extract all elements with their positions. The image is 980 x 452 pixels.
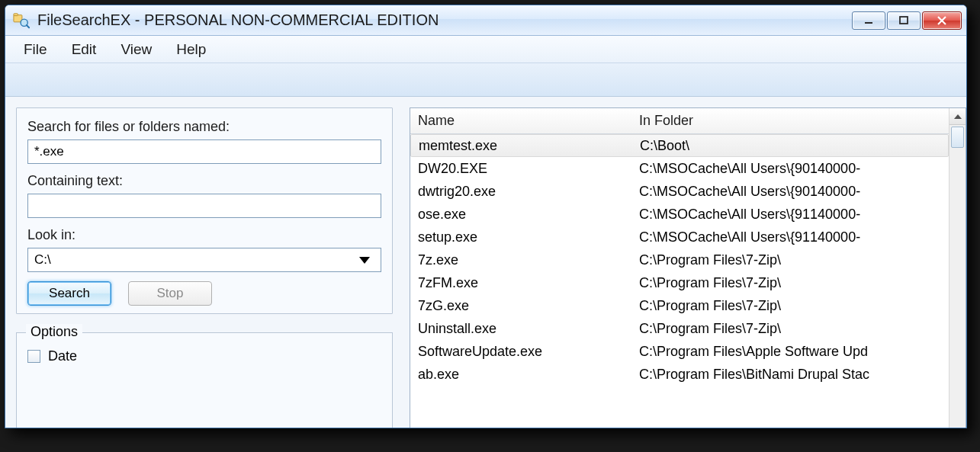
cell-name: memtest.exe <box>411 138 638 154</box>
menubar: File Edit View Help <box>5 36 966 63</box>
search-panel: Search for files or folders named: Conta… <box>5 97 403 428</box>
minimize-button[interactable] <box>852 11 885 30</box>
cell-folder: C:\MSOCache\All Users\{91140000- <box>638 229 949 245</box>
scroll-up-arrow[interactable] <box>949 108 966 125</box>
results-body: memtest.exeC:\Boot\DW20.EXEC:\MSOCache\A… <box>410 134 966 428</box>
col-name[interactable]: Name <box>410 113 638 129</box>
scroll-thumb[interactable] <box>951 127 964 148</box>
app-window: FileSearchEX - PERSONAL NON-COMMERCIAL E… <box>5 5 967 428</box>
cell-folder: C:\MSOCache\All Users\{90140000- <box>638 184 949 200</box>
client-area: Search for files or folders named: Conta… <box>5 97 966 428</box>
cell-name: 7zG.exe <box>410 298 638 314</box>
titlebar[interactable]: FileSearchEX - PERSONAL NON-COMMERCIAL E… <box>5 5 966 36</box>
window-controls <box>852 11 966 30</box>
cell-folder: C:\Program Files\7-Zip\ <box>638 321 949 337</box>
cell-folder: C:\MSOCache\All Users\{90140000- <box>638 161 949 177</box>
cell-name: ose.exe <box>410 207 638 223</box>
table-row[interactable]: setup.exeC:\MSOCache\All Users\{91140000… <box>410 226 949 248</box>
svg-rect-1 <box>14 13 18 15</box>
containing-text-input[interactable] <box>27 194 381 218</box>
cell-folder: C:\Program Files\BitNami Drupal Stac <box>638 367 949 383</box>
cell-name: 7z.exe <box>410 252 638 268</box>
search-button[interactable]: Search <box>27 281 111 306</box>
table-row[interactable]: Uninstall.exeC:\Program Files\7-Zip\ <box>410 317 949 340</box>
results-header[interactable]: Name In Folder <box>410 108 966 134</box>
stop-button[interactable]: Stop <box>128 281 212 306</box>
date-checkbox[interactable] <box>27 350 40 363</box>
cell-folder: C:\Program Files\7-Zip\ <box>638 252 949 268</box>
table-row[interactable]: memtest.exeC:\Boot\ <box>410 134 949 157</box>
results-panel: Name In Folder memtest.exeC:\Boot\DW20.E… <box>403 97 966 428</box>
options-group: Options Date <box>16 332 393 428</box>
options-legend: Options <box>26 324 82 340</box>
svg-line-3 <box>27 24 29 27</box>
close-button[interactable] <box>922 11 962 30</box>
maximize-button[interactable] <box>887 11 921 30</box>
look-in-combo[interactable]: C:\ <box>27 248 381 272</box>
chevron-down-icon <box>359 257 370 264</box>
menu-edit[interactable]: Edit <box>63 40 106 59</box>
cell-folder: C:\MSOCache\All Users\{91140000- <box>638 207 949 223</box>
menu-file[interactable]: File <box>14 40 56 59</box>
toolbar-strip <box>5 63 966 97</box>
results-listview[interactable]: Name In Folder memtest.exeC:\Boot\DW20.E… <box>410 107 966 428</box>
vertical-scrollbar[interactable] <box>949 108 966 428</box>
search-for-label: Search for files or folders named: <box>27 119 381 135</box>
cell-folder: C:\Program Files\7-Zip\ <box>638 298 949 314</box>
menu-view[interactable]: View <box>111 40 161 59</box>
cell-name: setup.exe <box>410 229 638 245</box>
col-folder[interactable]: In Folder <box>638 113 966 129</box>
app-icon <box>13 12 30 29</box>
table-row[interactable]: 7zFM.exeC:\Program Files\7-Zip\ <box>410 271 949 294</box>
table-row[interactable]: ab.exeC:\Program Files\BitNami Drupal St… <box>410 363 949 386</box>
cell-name: SoftwareUpdate.exe <box>410 344 638 360</box>
table-row[interactable]: ose.exeC:\MSOCache\All Users\{91140000- <box>410 203 949 226</box>
containing-text-label: Containing text: <box>27 173 381 189</box>
date-label: Date <box>48 348 77 364</box>
cell-name: ab.exe <box>410 367 638 383</box>
cell-folder: C:\Program Files\7-Zip\ <box>638 275 949 291</box>
look-in-label: Look in: <box>27 227 381 243</box>
table-row[interactable]: 7zG.exeC:\Program Files\7-Zip\ <box>410 294 949 317</box>
table-row[interactable]: dwtrig20.exeC:\MSOCache\All Users\{90140… <box>410 180 949 203</box>
look-in-value: C:\ <box>34 252 51 268</box>
table-row[interactable]: SoftwareUpdate.exeC:\Program Files\Apple… <box>410 340 949 363</box>
cell-folder: C:\Boot\ <box>638 138 948 154</box>
search-for-input[interactable] <box>27 139 381 164</box>
table-row[interactable]: DW20.EXEC:\MSOCache\All Users\{90140000- <box>410 157 949 180</box>
cell-folder: C:\Program Files\Apple Software Upd <box>638 344 949 360</box>
cell-name: DW20.EXE <box>410 161 638 177</box>
window-title: FileSearchEX - PERSONAL NON-COMMERCIAL E… <box>37 11 439 29</box>
svg-rect-5 <box>900 17 908 24</box>
cell-name: 7zFM.exe <box>410 275 638 291</box>
cell-name: Uninstall.exe <box>410 321 638 337</box>
menu-help[interactable]: Help <box>167 40 215 59</box>
search-params-box: Search for files or folders named: Conta… <box>16 107 393 314</box>
cell-name: dwtrig20.exe <box>410 184 638 200</box>
date-option-row[interactable]: Date <box>27 348 381 364</box>
table-row[interactable]: 7z.exeC:\Program Files\7-Zip\ <box>410 248 949 271</box>
